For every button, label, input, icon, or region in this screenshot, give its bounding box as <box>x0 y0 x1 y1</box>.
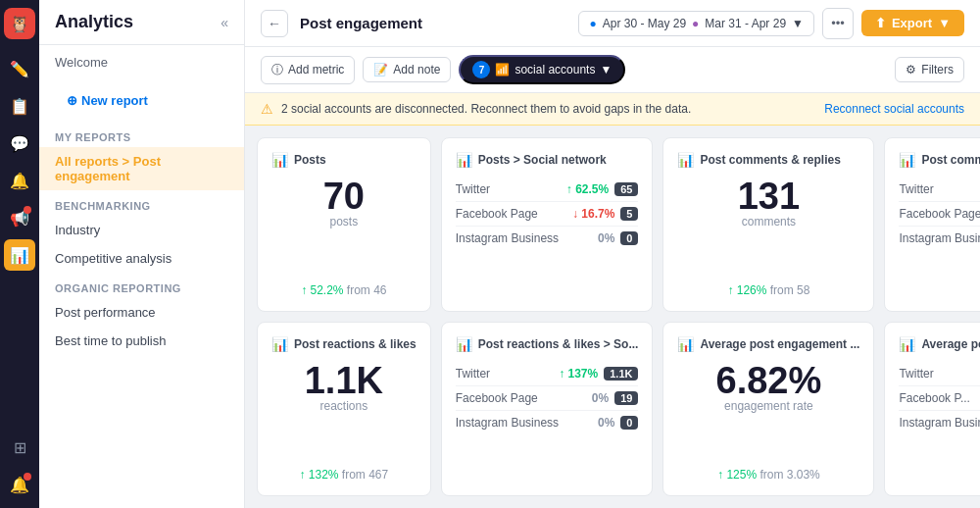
nav-apps[interactable]: ⊞ <box>4 432 35 463</box>
card-title: Post reactions & likes <box>294 337 416 351</box>
breakdown-row: Instagram Business 0%0 <box>456 227 639 250</box>
nav-item-post-engagement[interactable]: All reports > Post engagement <box>39 147 244 190</box>
nav-welcome: Welcome <box>39 45 244 79</box>
breakdown-badge: 0 <box>620 416 638 430</box>
change-pct: ↑ 126% <box>727 283 766 297</box>
big-number: 1.1K <box>271 362 416 399</box>
card-header: 📊Average post engagement ... <box>677 336 859 352</box>
breakdown-right: 0%0 <box>598 231 638 245</box>
toolbar-left: ⓘ Add metric 📝 Add note 7 📶 social accou… <box>261 55 625 84</box>
card-chart-icon: 📊 <box>899 336 915 352</box>
card-posts: 📊Posts70posts↑ 52.2% from 46 <box>257 137 431 312</box>
reconnect-link[interactable]: Reconnect social accounts <box>824 102 964 116</box>
nav-alerts[interactable]: 🔔 <box>4 469 35 500</box>
main-content: ← Post engagement ● Apr 30 - May 29 ● Ma… <box>245 0 980 508</box>
card-comments: 📊Post comments & replies131comments↑ 126… <box>662 137 874 312</box>
card-title: Post reactions & likes > So... <box>478 337 639 351</box>
nav-schedule[interactable]: 📋 <box>4 90 35 122</box>
date-dot-2: ● <box>692 17 699 30</box>
note-icon: 📝 <box>373 63 388 76</box>
big-label: reactions <box>271 399 416 413</box>
top-bar: ← Post engagement ● Apr 30 - May 29 ● Ma… <box>245 0 980 47</box>
change-from: from 467 <box>342 468 388 482</box>
nav-amplify[interactable]: 📢 <box>4 202 35 233</box>
card-title: Posts <box>294 153 326 167</box>
card-header: 📊Post reactions & likes > So... <box>456 336 639 352</box>
icon-bar: 🦉 ✏️ 📋 💬 🔔 📢 📊 ⊞ 🔔 <box>0 0 39 508</box>
breakdown-right: 0%19 <box>592 391 639 405</box>
add-metric-button[interactable]: ⓘ Add metric <box>261 56 355 84</box>
card-chart-icon: 📊 <box>271 152 288 168</box>
breakdown-right: ↑ 137%1.1K <box>559 367 638 381</box>
breakdown-pct: ↑ 137% <box>559 367 598 381</box>
card-header: 📊Average post engagement ... <box>899 336 980 352</box>
network-name: Facebook P... <box>899 391 970 405</box>
change-from: from 3.03% <box>760 468 819 482</box>
nav-section-benchmarking: BENCHMARKING <box>39 190 244 216</box>
change-indicator: ↑ 132% from 467 <box>271 468 416 482</box>
card-chart-icon: 📊 <box>271 336 288 352</box>
breakdown-pct: 0% <box>598 231 614 245</box>
breakdown-pct: 0% <box>592 391 609 405</box>
page-title: Post engagement <box>300 15 422 31</box>
big-label: posts <box>271 215 416 229</box>
card-header: 📊Posts > Social network <box>456 152 639 168</box>
card-chart-icon: 📊 <box>677 336 694 352</box>
date-dot-1: ● <box>589 17 596 30</box>
date-range-1: Apr 30 - May 29 <box>603 17 686 30</box>
warning-left: ⚠ 2 social accounts are disconnected. Re… <box>261 101 691 117</box>
warning-bar: ⚠ 2 social accounts are disconnected. Re… <box>245 93 980 126</box>
export-chevron-icon: ▼ <box>938 16 951 30</box>
breakdown-row: Instagram Business 0%0 <box>456 411 639 434</box>
network-name: Facebook Page <box>899 207 980 221</box>
breakdown-row: Twitter↑ 137%1.1K <box>456 362 639 386</box>
network-name: Instagram Business <box>456 416 559 430</box>
breakdown-row: Twitter↑ 127%6.85% <box>899 362 980 386</box>
nav-compose[interactable]: ✏️ <box>4 53 35 84</box>
date-range-selector[interactable]: ● Apr 30 - May 29 ● Mar 31 - Apr 29 ▼ <box>578 11 813 36</box>
social-chevron-icon: ▼ <box>600 63 612 76</box>
breakdown-right: ↓ 16.7%5 <box>572 207 638 221</box>
breakdown-badge: 0 <box>620 231 638 245</box>
card-title: Post comments & replies <box>700 153 840 167</box>
cards-grid: 📊Posts70posts↑ 52.2% from 46📊Posts > Soc… <box>245 126 980 508</box>
change-indicator: ↑ 126% from 58 <box>677 283 859 297</box>
filters-button[interactable]: ⚙ Filters <box>895 57 964 82</box>
nav-section-organic: ORGANIC REPORTING <box>39 273 244 298</box>
toolbar: ⓘ Add metric 📝 Add note 7 📶 social accou… <box>245 47 980 93</box>
back-button[interactable]: ← <box>261 10 288 37</box>
nav-engage[interactable]: 💬 <box>4 127 35 159</box>
nav-sidebar: Analytics « Welcome ⊕ New report MY REPO… <box>39 0 245 508</box>
nav-item-industry[interactable]: Industry <box>39 216 244 244</box>
change-pct: ↑ 132% <box>299 468 338 482</box>
network-name: Twitter <box>456 367 490 381</box>
top-bar-right: ● Apr 30 - May 29 ● Mar 31 - Apr 29 ▼ ••… <box>578 8 964 39</box>
breakdown-row: Twitter↑ 134%131 <box>899 178 980 202</box>
nav-analytics[interactable]: 📊 <box>4 239 35 271</box>
card-engagement-social: 📊Average post engagement ...Twitter↑ 127… <box>884 322 980 496</box>
nav-item-competitive[interactable]: Competitive analysis <box>39 244 244 273</box>
breakdown-row: Instagram Business 0%0 <box>899 227 980 250</box>
breakdown-badge: 5 <box>620 207 638 221</box>
card-title: Posts > Social network <box>478 153 607 167</box>
bar-chart-icon: 📶 <box>495 63 510 76</box>
card-header: 📊Post comments & replies <box>677 152 859 168</box>
nav-title: Analytics <box>55 12 133 32</box>
filter-icon: ⚙ <box>906 63 916 76</box>
change-indicator: ↑ 52.2% from 46 <box>271 283 416 297</box>
card-reactions-social: 📊Post reactions & likes > So...Twitter↑ … <box>441 322 654 496</box>
breakdown-row: Facebook P...↑ 105%6.47% <box>899 386 980 411</box>
nav-listen[interactable]: 🔔 <box>4 165 35 196</box>
change-pct: ↑ 52.2% <box>301 283 343 297</box>
big-number: 131 <box>677 178 859 215</box>
add-note-button[interactable]: 📝 Add note <box>363 57 451 82</box>
social-accounts-button[interactable]: 7 📶 social accounts ▼ <box>459 55 625 84</box>
nav-item-best-time[interactable]: Best time to publish <box>39 327 244 355</box>
new-report-button[interactable]: ⊕ New report <box>55 87 228 114</box>
warning-text: 2 social accounts are disconnected. Reco… <box>281 102 691 116</box>
nav-item-post-performance[interactable]: Post performance <box>39 298 244 327</box>
more-options-button[interactable]: ••• <box>822 8 854 39</box>
nav-collapse-btn[interactable]: « <box>220 15 228 30</box>
export-button[interactable]: ⬆ Export ▼ <box>861 10 964 36</box>
warning-icon: ⚠ <box>261 101 273 117</box>
